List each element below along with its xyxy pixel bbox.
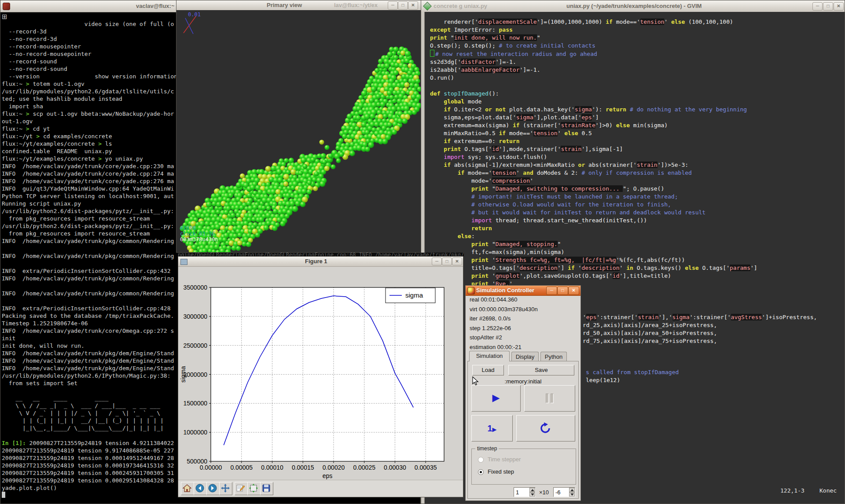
particle-sphere: [255, 232, 260, 238]
primary-view-title: Primary view: [267, 2, 302, 8]
figure-title: Figure 1: [305, 258, 327, 265]
gvim-code-line: O.run(): [430, 74, 757, 82]
y-tick-label: 2000000: [183, 371, 207, 378]
particle-sphere: [365, 147, 370, 152]
particle-sphere: [378, 59, 383, 64]
spin-down-icon[interactable]: [569, 492, 575, 497]
terminal-cursor: [2, 492, 5, 498]
back-icon[interactable]: [194, 482, 207, 495]
gvim-code-line: ft,fc=max(sigma),min(sigma): [430, 248, 757, 256]
gvim-code-line: # but it would wait for initTest to retu…: [430, 209, 757, 217]
particle-sphere: [237, 232, 242, 238]
reload-button[interactable]: [516, 415, 575, 441]
maximize-icon[interactable]: □: [557, 287, 568, 295]
time-stepper-radio[interactable]: [478, 457, 484, 463]
particle-sphere: [370, 114, 375, 119]
y-axis-label: sigma: [180, 366, 187, 383]
legend-label: sigma: [405, 291, 423, 299]
step-button[interactable]: 1▶: [471, 415, 513, 441]
controller-titlebar[interactable]: Simulation Controller ─ □ ✕: [466, 286, 580, 296]
minimize-icon[interactable]: ─: [812, 2, 823, 11]
exponent-spinbox[interactable]: -6: [553, 487, 575, 497]
maximize-icon[interactable]: □: [398, 1, 408, 10]
figure-titlebar[interactable]: Figure 1 ─ □ ✕: [178, 257, 463, 267]
particle-sphere: [290, 185, 295, 190]
gvim-code-line: print O.tags['id'],mode,strainer['strain…: [430, 145, 757, 153]
particle-sphere: [384, 63, 390, 69]
zoom-icon[interactable]: [235, 482, 248, 495]
forward-icon[interactable]: [206, 482, 220, 495]
particle-sphere: [336, 158, 341, 163]
minimize-icon[interactable]: ─: [546, 287, 557, 295]
gvim-code-line: is2aabb['aabbEnlargeFactor']=-1.: [430, 66, 757, 74]
minimize-icon[interactable]: ─: [388, 1, 398, 10]
maximize-icon[interactable]: □: [823, 2, 833, 11]
fixed-step-radio-label[interactable]: Fixed step: [488, 468, 514, 475]
time-stepper-radio-label[interactable]: Time stepper: [488, 456, 521, 463]
particle-sphere: [404, 82, 409, 88]
gvim-code-line: import thread; thread.start_new_thread(i…: [430, 217, 757, 224]
particle-sphere: [215, 224, 221, 230]
particle-sphere: [331, 165, 336, 169]
mantissa-spinbox[interactable]: 1: [514, 487, 536, 497]
subplots-icon[interactable]: [247, 482, 261, 495]
pan-icon[interactable]: [219, 482, 232, 495]
particle-sphere: [322, 160, 327, 165]
spin-up-icon[interactable]: [569, 488, 575, 492]
particle-sphere: [314, 172, 319, 177]
particle-sphere: [389, 95, 394, 100]
close-icon[interactable]: ✕: [408, 1, 418, 10]
minimize-icon[interactable]: ─: [432, 258, 442, 265]
timestep-group-label: timestep: [475, 445, 499, 452]
gvim-code-line: # now reset the interaction radius and g…: [430, 50, 757, 58]
particle-sphere: [298, 171, 303, 176]
primary-view-ghost-title: lav@flux:~/yt/ex: [334, 2, 378, 8]
particle-sphere: [407, 70, 412, 75]
maximize-icon[interactable]: □: [442, 258, 452, 265]
close-icon[interactable]: ✕: [568, 287, 579, 295]
particle-sphere: [393, 70, 399, 75]
spin-up-icon[interactable]: [529, 488, 535, 492]
particle-sphere: [382, 114, 388, 119]
particle-sphere: [292, 206, 298, 212]
3d-viewport[interactable]: 0.01 #2698 clock 03:36 003m378u430n: [176, 10, 421, 252]
particle-sphere: [324, 166, 329, 171]
save-button[interactable]: Save: [508, 365, 574, 375]
desktop: vaclav@flux:~ ⊞ video size (one of full …: [0, 0, 845, 504]
spin-down-icon[interactable]: [529, 492, 535, 497]
estimation-label: estimation 00:00:-21: [470, 344, 522, 350]
gvim-code-line: print "init done, will now run.": [430, 34, 757, 42]
gvim-code-line: print "Damaged, stopping.": [430, 240, 757, 248]
tab-python[interactable]: Python: [540, 352, 567, 361]
close-icon[interactable]: ✕: [834, 2, 844, 11]
particle-sphere: [224, 210, 229, 215]
y-tick-label: 3500000: [183, 284, 207, 291]
grid-menu-icon[interactable]: ⊞: [2, 13, 7, 20]
pause-button[interactable]: [524, 385, 575, 412]
particle-sphere: [371, 86, 377, 92]
gvim-ghost-title: concrete g uniax.py: [434, 3, 487, 9]
axes-indicator: [184, 16, 196, 34]
load-button[interactable]: Load: [472, 365, 504, 375]
particle-sphere: [272, 225, 277, 231]
stop-at-iter-label: stopAtIter #2: [470, 334, 502, 341]
gvim-titlebar[interactable]: concrete g uniax.py uniax.py (~/yade/tru…: [421, 0, 845, 12]
primary-view-titlebar[interactable]: Primary view lav@flux:~/yt/ex ─ □ ✕: [176, 0, 421, 11]
fixed-step-radio[interactable]: [478, 469, 484, 475]
reload-icon: [539, 422, 552, 435]
tab-display[interactable]: Display: [511, 352, 539, 361]
gvim-code-line: print "Damaged, switching to compression…: [430, 185, 757, 193]
particle-sphere: [328, 154, 333, 158]
home-icon[interactable]: [181, 482, 194, 495]
primary-view-window: Primary view lav@flux:~/yt/ex ─ □ ✕: [176, 0, 421, 253]
yade-icon: [467, 287, 475, 294]
save-icon[interactable]: [260, 482, 273, 495]
close-icon[interactable]: ✕: [452, 258, 462, 265]
scale-label: 0.01: [188, 12, 201, 18]
play-button[interactable]: ▶: [471, 385, 521, 412]
gvim-code-line: minMaxRatio=0.5 if mode=='tension' else …: [430, 129, 757, 137]
particle-sphere: [247, 193, 252, 199]
y-tick-label: 2500000: [183, 342, 207, 349]
tab-simulation[interactable]: Simulation: [469, 351, 510, 361]
controller-title: Simulation Controller: [476, 287, 545, 294]
